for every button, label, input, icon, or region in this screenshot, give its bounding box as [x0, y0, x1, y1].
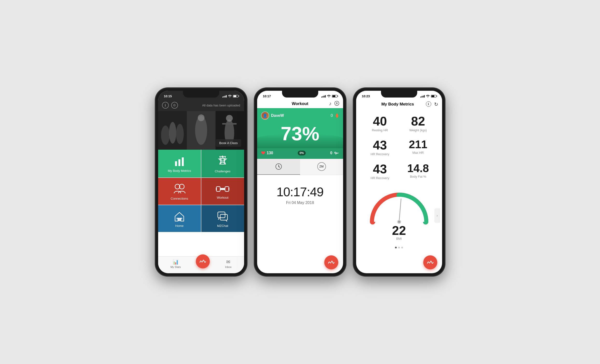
phone2-header: Workout ♪: [257, 100, 343, 108]
svg-rect-14: [182, 157, 184, 166]
hr-recovery-value: 43: [364, 139, 396, 151]
svg-rect-23: [228, 188, 229, 190]
user-row: 👤 DaveW: [261, 112, 284, 120]
phone3-notch: [381, 91, 417, 98]
info-button[interactable]: ℹ: [162, 102, 169, 109]
resting-hr-value: 40: [364, 115, 396, 127]
steps-value: 0: [330, 151, 332, 155]
phone3-refresh-icon[interactable]: ↻: [434, 101, 438, 107]
book-class-button[interactable]: Book A Class: [216, 139, 241, 147]
hr-recovery2-value: 43: [364, 163, 396, 175]
phone3-info-icon[interactable]: ℹ: [426, 101, 431, 107]
phone3-title: My Body Metrics: [381, 102, 414, 107]
fab-wave-icon: [199, 259, 206, 264]
phone2-battery-icon: [332, 95, 337, 98]
menu-item-mzchat[interactable]: MZChat: [201, 205, 244, 232]
menu-body-metrics-label: My Body Metrics: [168, 169, 191, 173]
phone2-wifi-icon: [327, 95, 330, 98]
flame-icon: [335, 113, 339, 118]
phone3-signal: [420, 95, 425, 98]
bmi-value: 22: [392, 224, 406, 237]
phone3-battery-icon: [431, 95, 436, 98]
svg-rect-28: [220, 214, 227, 220]
hr-recovery-label: HR Recovery: [364, 152, 396, 156]
menu-item-body-metrics[interactable]: My Body Metrics: [158, 150, 201, 177]
metric-max-hr: 211 Max HR: [399, 135, 437, 159]
user-avatar: 👤: [261, 112, 269, 120]
music-icon[interactable]: ♪: [329, 101, 331, 107]
metric-resting-hr: 40 Resting HR: [361, 112, 399, 135]
time-display: 10:17:49 Fri 04 May 2018: [257, 175, 343, 207]
date-value: Fri 04 May 2018: [262, 201, 338, 205]
activity-icon: [334, 151, 339, 155]
max-hr-label: Max HR: [402, 151, 434, 154]
challenges-icon: [217, 155, 228, 167]
tab-zm[interactable]: ZM: [300, 159, 343, 175]
phone3-header: My Body Metrics ℹ ↻: [356, 100, 442, 109]
hero-image: Book A Class: [158, 111, 244, 150]
phone3-status-right: [420, 95, 436, 98]
phone3-fab-button[interactable]: [423, 255, 437, 269]
svg-rect-13: [178, 159, 180, 166]
phone2-notch: [282, 91, 318, 98]
page-dot-1: [395, 247, 397, 248]
phones-container: 10:15: [155, 88, 445, 276]
phone3-screen: 10:23: [356, 91, 442, 273]
phone3-wifi-icon: [426, 95, 430, 98]
menu-item-challenges[interactable]: Challenges: [201, 150, 244, 177]
heart-rate-value: 130: [267, 151, 273, 155]
workout-card: 👤 DaveW 0 73%: [257, 108, 343, 159]
phone2-header-icons: ♪: [329, 101, 339, 107]
time-value: 10:17:49: [262, 185, 338, 199]
tab-clock[interactable]: [257, 159, 300, 175]
bmi-gauge-svg: [365, 188, 433, 227]
svg-rect-19: [220, 188, 225, 190]
svg-point-3: [169, 122, 176, 144]
menu-item-connections[interactable]: Connections: [158, 178, 201, 205]
page-dots: [356, 245, 442, 250]
menu-item-workout[interactable]: Workout: [201, 178, 244, 205]
svg-point-7: [198, 114, 205, 121]
phone1-frame: 10:15: [155, 88, 247, 276]
phone1-wifi-icon: [228, 95, 232, 98]
settings-button[interactable]: ⚙: [171, 102, 178, 109]
menu-connections-label: Connections: [171, 197, 188, 200]
phone1-header: ℹ ⚙ All data has been uploaded: [158, 100, 244, 111]
heart-icon: [261, 151, 265, 155]
workout-tabs: ZM: [257, 159, 343, 175]
body-fat-value: 14.8: [402, 163, 434, 174]
svg-rect-12: [175, 161, 177, 166]
nav-inbox[interactable]: ✉ Inbox: [225, 259, 232, 268]
page-dot-2: [398, 247, 400, 248]
heart-rate-stat: 130: [261, 151, 273, 155]
metrics-grid: 40 Resting HR 82 Weight (kgs) 43 HR Reco…: [356, 109, 442, 186]
phone2-status-right: [321, 95, 337, 98]
gauge-container: 22 BMI ›: [356, 186, 442, 245]
nav-my-stats[interactable]: 📊 My Stats: [170, 259, 181, 268]
nav-inbox-label: Inbox: [225, 266, 232, 268]
svg-rect-21: [225, 187, 229, 191]
svg-point-2: [161, 126, 170, 145]
zm-badge: ZM: [317, 162, 326, 171]
stats-nav-icon: 📊: [173, 259, 179, 265]
upload-status-text: All data has been uploaded: [202, 103, 240, 107]
phone2-fab-button[interactable]: [324, 255, 338, 269]
hr-recovery2-label: HR Recovery: [364, 176, 396, 180]
bmi-label: 22 BMI: [392, 224, 406, 240]
workout-stats-top: 0: [331, 113, 339, 118]
phone3-frame: 10:23: [353, 88, 445, 276]
svg-line-31: [399, 199, 401, 222]
clock-tab-icon: [275, 163, 282, 170]
upload-icon[interactable]: [334, 101, 339, 107]
svg-rect-27: [218, 212, 225, 218]
weight-value: 82: [402, 115, 434, 127]
chevron-right-button[interactable]: ›: [434, 208, 440, 223]
steps-stat: 0: [330, 151, 339, 155]
phone3-fab-icon: [427, 260, 434, 265]
fab-button[interactable]: [196, 254, 210, 268]
resting-hr-label: Resting HR: [364, 128, 396, 132]
svg-rect-22: [216, 188, 217, 190]
menu-item-home[interactable]: Home: [158, 205, 201, 232]
percent-value: 73%: [281, 123, 319, 144]
weight-label: Weight (kgs): [402, 128, 434, 132]
